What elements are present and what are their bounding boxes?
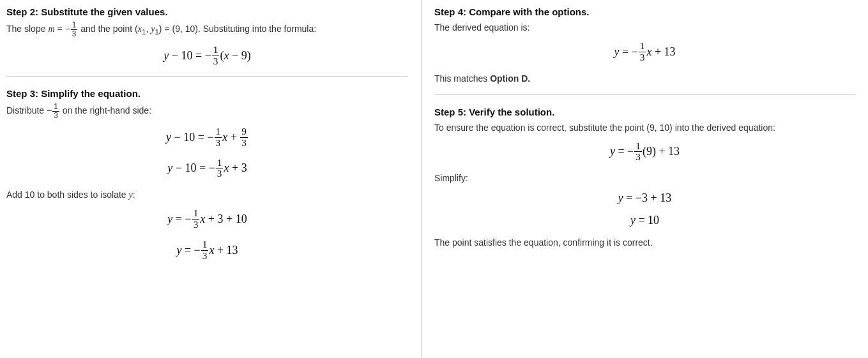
step5-confirm-text: The point satisfies the equation, confir… <box>434 236 855 250</box>
step5-simplify-label: Simplify: <box>434 172 855 185</box>
step5-eq3: y = 10 <box>434 214 855 227</box>
divider-2 <box>434 94 855 95</box>
step2-heading: Step 2: Substitute the given values. <box>6 6 408 17</box>
step3-eq2: y − 10 = −13x + 3 <box>6 158 408 180</box>
step3-eq4: y = −13x + 13 <box>6 239 408 262</box>
left-panel: Step 2: Substitute the given values. The… <box>0 0 422 358</box>
step3-heading: Step 3: Simplify the equation. <box>6 88 408 99</box>
step2-block: Step 2: Substitute the given values. The… <box>6 6 408 67</box>
step5-eq1: y = −13(9) + 13 <box>434 141 855 163</box>
step3-distribute-text: Distribute −13 on the right-hand side: <box>6 103 408 120</box>
step5-intro-text: To ensure the equation is correct, subst… <box>434 121 855 135</box>
step2-text: The slope m = −13 and the point (x1, y1)… <box>6 21 408 38</box>
right-panel: Step 4: Compare with the options. The de… <box>422 0 868 358</box>
step4-heading: Step 4: Compare with the options. <box>434 6 855 17</box>
divider-1 <box>6 76 408 77</box>
step3-block: Step 3: Simplify the equation. Distribut… <box>6 88 408 262</box>
step5-eq2: y = −3 + 13 <box>434 191 855 205</box>
step5-heading: Step 5: Verify the solution. <box>434 107 855 117</box>
step3-add-text: Add 10 to both sides to isolate y: <box>6 188 408 202</box>
step4-block: Step 4: Compare with the options. The de… <box>434 6 855 86</box>
step3-eq3: y = −13x + 3 + 10 <box>6 208 408 230</box>
step2-equation: y − 10 = −13(x − 9) <box>6 45 408 67</box>
step4-option: Option D. <box>490 73 530 84</box>
step4-equation: y = −13x + 13 <box>434 41 855 63</box>
step3-eq1: y − 10 = −13x + 93 <box>6 126 408 149</box>
step4-match-text: This matches Option D. <box>434 72 855 86</box>
step5-block: Step 5: Verify the solution. To ensure t… <box>434 107 855 250</box>
step4-derived-text: The derived equation is: <box>434 21 855 34</box>
